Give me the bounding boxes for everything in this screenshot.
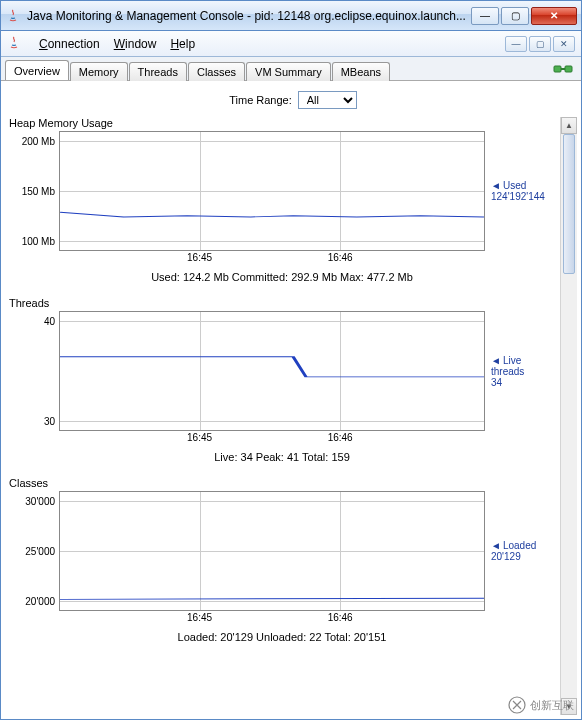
tab-overview[interactable]: Overview [5, 60, 69, 80]
heap-yaxis: 200 Mb 150 Mb 100 Mb [9, 131, 59, 251]
threads-stats: Live: 34 Peak: 41 Total: 159 [9, 451, 555, 463]
classes-xaxis: 16:45 16:46 [59, 611, 485, 625]
threads-xaxis: 16:45 16:46 [59, 431, 485, 445]
tabbar: Overview Memory Threads Classes VM Summa… [1, 57, 581, 81]
svg-rect-2 [561, 68, 565, 70]
inner-minimize-button[interactable]: — [505, 36, 527, 52]
menu-window[interactable]: Window [108, 35, 163, 53]
scroll-thumb[interactable] [563, 134, 575, 274]
threads-chart [59, 311, 485, 431]
timerange-row: Time Range: All [9, 87, 577, 117]
threads-panel: Threads 40 30 ◄Live threads [9, 297, 555, 463]
menu-connection[interactable]: Connection [33, 35, 106, 53]
threads-yaxis: 40 30 [9, 311, 59, 431]
vertical-scrollbar[interactable]: ▲ ▼ [560, 117, 577, 715]
classes-yaxis: 30'000 25'000 20'000 [9, 491, 59, 611]
java-icon [7, 36, 23, 52]
maximize-button[interactable]: ▢ [501, 7, 529, 25]
menubar: Connection Window Help — ▢ ✕ [1, 31, 581, 57]
tab-classes[interactable]: Classes [188, 62, 245, 81]
heap-chart [59, 131, 485, 251]
heap-xaxis: 16:45 16:46 [59, 251, 485, 265]
classes-title: Classes [9, 477, 555, 489]
main-window: Java Monitoring & Management Console - p… [0, 0, 582, 720]
heap-panel: Heap Memory Usage 200 Mb 150 Mb 100 Mb [9, 117, 555, 283]
threads-side-label: ◄Live threads 34 [485, 311, 555, 431]
threads-title: Threads [9, 297, 555, 309]
scroll-down-button[interactable]: ▼ [561, 698, 577, 715]
tab-threads[interactable]: Threads [129, 62, 187, 81]
classes-panel: Classes 30'000 25'000 20'000 [9, 477, 555, 643]
window-controls: — ▢ ✕ [471, 7, 577, 25]
heap-title: Heap Memory Usage [9, 117, 555, 129]
scroll-region: Heap Memory Usage 200 Mb 150 Mb 100 Mb [9, 117, 577, 715]
tab-memory[interactable]: Memory [70, 62, 128, 81]
scroll-up-button[interactable]: ▲ [561, 117, 577, 134]
tab-mbeans[interactable]: MBeans [332, 62, 390, 81]
inner-close-button[interactable]: ✕ [553, 36, 575, 52]
inner-window-controls: — ▢ ✕ [505, 36, 575, 52]
close-button[interactable]: ✕ [531, 7, 577, 25]
heap-stats: Used: 124.2 Mb Committed: 292.9 Mb Max: … [9, 271, 555, 283]
minimize-button[interactable]: — [471, 7, 499, 25]
svg-rect-1 [565, 66, 572, 72]
titlebar: Java Monitoring & Management Console - p… [1, 1, 581, 31]
timerange-label: Time Range: [229, 94, 292, 106]
classes-side-label: ◄Loaded 20'129 [485, 491, 555, 611]
classes-chart [59, 491, 485, 611]
classes-stats: Loaded: 20'129 Unloaded: 22 Total: 20'15… [9, 631, 555, 643]
window-title: Java Monitoring & Management Console - p… [27, 9, 471, 23]
timerange-select[interactable]: All [298, 91, 357, 109]
heap-side-label: ◄Used 124'192'144 [485, 131, 555, 251]
inner-maximize-button[interactable]: ▢ [529, 36, 551, 52]
content-area: Time Range: All Heap Memory Usage 200 Mb… [1, 81, 581, 719]
menu-help[interactable]: Help [164, 35, 201, 53]
connection-status-icon [553, 62, 573, 76]
tab-vmsummary[interactable]: VM Summary [246, 62, 331, 81]
scroll-track[interactable] [561, 134, 577, 698]
svg-rect-0 [554, 66, 561, 72]
java-icon [5, 8, 21, 24]
